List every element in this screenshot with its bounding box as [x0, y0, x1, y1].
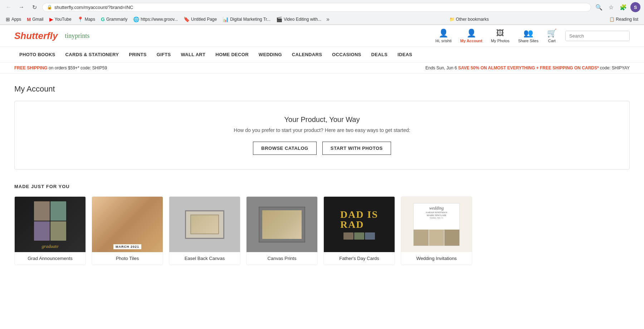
easel-canvas-graphic	[169, 197, 240, 252]
bookmark-youtube[interactable]: ▶ YouTube	[47, 16, 74, 23]
bookmark-video-editing[interactable]: 🎬 Video Editing with...	[274, 16, 323, 23]
reading-list[interactable]: 📋 Reading list	[607, 16, 640, 23]
bookmark-digital-marketing[interactable]: 📊 Digital Marketing Tr...	[220, 16, 273, 23]
wedding-card-top: wedding SARAH WHITMANMARK SINCLAIR Sunda…	[414, 203, 459, 230]
dad-photo-2	[354, 232, 364, 240]
bookmark-untitled-label: Untitled Page	[191, 17, 217, 22]
product-tile-easel[interactable]: Easel Back Canvas	[169, 196, 240, 265]
search-input[interactable]	[566, 31, 630, 41]
search-bar[interactable]: 🔍	[565, 31, 630, 41]
cart-link[interactable]: 🛒 Cart	[547, 29, 557, 43]
product-tile-canvas[interactable]: Canvas Prints	[246, 196, 318, 265]
site-header: Shutterfly tinyprints 👤 Hi, srishti 👤 My…	[0, 25, 644, 47]
fathers-day-image: DAD ISRAD	[324, 197, 395, 252]
my-photos-link[interactable]: 🖼 My Photos	[491, 29, 509, 43]
bookmark-grammarly[interactable]: G Grammarly	[99, 16, 130, 23]
fathers-day-label: Father's Day Cards	[324, 252, 395, 265]
bookmark-apps[interactable]: ⊞ Apps	[4, 16, 23, 23]
nav-gifts[interactable]: GIFTS	[152, 47, 176, 62]
photo-tiles-graphic: MARCH 2021	[92, 197, 163, 252]
bookmark-apps-label: Apps	[11, 17, 21, 22]
more-bookmarks-button[interactable]: »	[325, 15, 331, 23]
browser-toolbar: ← → ↻ 🔒 shutterfly.com/myaccount/?brand=…	[0, 0, 644, 14]
fathers-day-graphic: DAD ISRAD	[324, 197, 395, 252]
address-bar[interactable]: 🔒 shutterfly.com/myaccount/?brand=INC	[42, 3, 591, 12]
search-icon[interactable]: 🔍	[594, 2, 604, 12]
promo-right-suffix: code: SHIPYAY	[600, 65, 630, 70]
wedding-photo-1	[414, 230, 429, 246]
product-card-title: Your Product, Your Way	[22, 116, 622, 124]
nav-deals[interactable]: DEALS	[366, 47, 393, 62]
video-editing-icon: 🎬	[276, 16, 282, 22]
browse-catalog-button[interactable]: BROWSE CATALOG	[253, 142, 316, 155]
wedding-card: wedding SARAH WHITMANMARK SINCLAIR Sunda…	[413, 203, 460, 246]
site-logo: Shutterfly tinyprints	[14, 30, 89, 41]
easel-frame	[185, 210, 224, 239]
product-tile-grad[interactable]: graduate Grad Announcements	[14, 196, 86, 265]
share-sites-link[interactable]: 👥 Share Sites	[518, 29, 538, 43]
profile-avatar[interactable]: S	[630, 2, 640, 12]
my-photos-label: My Photos	[491, 39, 509, 43]
star-icon[interactable]: ☆	[606, 2, 616, 12]
bookmark-video-editing-label: Video Editing with...	[284, 17, 321, 22]
greeting-label: Hi, srishti	[435, 39, 452, 43]
bookmark-groov-label: https://www.groov...	[141, 17, 178, 22]
product-tile-photo-tiles[interactable]: MARCH 2021 Photo Tiles	[92, 196, 163, 265]
canvas-photo	[262, 210, 302, 239]
nav-home-decor[interactable]: HOME DECOR	[210, 47, 254, 62]
nav-photo-books[interactable]: PHOTO BOOKS	[14, 47, 60, 62]
canvas-prints-graphic	[247, 197, 317, 252]
grad-tile-image: graduate	[15, 197, 86, 252]
start-with-photos-button[interactable]: START WITH PHOTOS	[322, 142, 391, 155]
promo-ends: Ends Sun, Jun 6	[425, 65, 458, 70]
canvas-prints-image	[247, 197, 317, 252]
wedding-inv-image: wedding SARAH WHITMANMARK SINCLAIR Sunda…	[401, 197, 472, 252]
photo-tiles-image: MARCH 2021	[92, 197, 163, 252]
wedding-photo-2	[429, 230, 444, 246]
account-icon: 👤	[467, 29, 476, 38]
tinyprints-logo[interactable]: tinyprints	[65, 32, 89, 40]
wedding-photo-row	[414, 230, 459, 246]
apps-icon: ⊞	[6, 16, 10, 22]
site-wrapper: Shutterfly tinyprints 👤 Hi, srishti 👤 My…	[0, 25, 644, 276]
browser-chrome: ← → ↻ 🔒 shutterfly.com/myaccount/?brand=…	[0, 0, 644, 25]
share-sites-label: Share Sites	[518, 39, 538, 43]
extension-icon[interactable]: 🧩	[618, 2, 628, 12]
nav-cards-stationery[interactable]: CARDS & STATIONERY	[60, 47, 124, 62]
promo-free-shipping: FREE SHIPPING	[14, 65, 48, 70]
bookmark-groov[interactable]: 🌐 https://www.groov...	[131, 16, 180, 23]
dad-photo-strip	[343, 232, 375, 240]
dad-photo-3	[365, 232, 375, 240]
photos-icon: 🖼	[496, 29, 504, 38]
nav-prints[interactable]: PRINTS	[124, 47, 151, 62]
forward-button[interactable]: →	[16, 2, 26, 12]
bookmark-untitled[interactable]: 🔖 Untitled Page	[181, 16, 219, 23]
bookmark-gmail[interactable]: M Gmail	[25, 16, 45, 23]
cart-icon: 🛒	[547, 29, 557, 38]
product-card-subtitle: How do you prefer to start your product?…	[22, 127, 622, 133]
url-text: shutterfly.com/myaccount/?brand=INC	[54, 5, 586, 10]
product-tile-wedding[interactable]: wedding SARAH WHITMANMARK SINCLAIR Sunda…	[401, 196, 472, 265]
product-tile-fathers-day[interactable]: DAD ISRAD Father's Day Cards	[323, 196, 395, 265]
promo-left: FREE SHIPPING on orders $59+* code: SHIP…	[14, 65, 107, 70]
shutterfly-logo[interactable]: Shutterfly	[14, 30, 58, 41]
nav-calendars[interactable]: CALENDARS	[287, 47, 327, 62]
grad-tile-label: Grad Announcements	[15, 252, 86, 265]
bookmark-maps-label: Maps	[85, 17, 95, 22]
wedding-names: SARAH WHITMANMARK SINCLAIR	[416, 211, 457, 217]
nav-occasions[interactable]: OCCASIONS	[327, 47, 366, 62]
nav-wedding[interactable]: WEDDING	[254, 47, 287, 62]
my-account-link[interactable]: 👤 My Account	[460, 29, 482, 43]
bookmark-maps[interactable]: 📍 Maps	[75, 16, 97, 23]
easel-canvas-label: Easel Back Canvas	[169, 252, 240, 265]
header-icons: 👤 Hi, srishti 👤 My Account 🖼 My Photos 👥…	[435, 29, 630, 43]
nav-ideas[interactable]: IDEAS	[392, 47, 417, 62]
bookmarks-bar: ⊞ Apps M Gmail ▶ YouTube 📍 Maps G Gramma…	[0, 14, 644, 25]
other-bookmarks[interactable]: 📁 Other bookmarks	[447, 16, 491, 23]
greeting-account[interactable]: 👤 Hi, srishti	[435, 29, 452, 43]
nav-wall-art[interactable]: WALL ART	[176, 47, 210, 62]
reload-button[interactable]: ↻	[29, 2, 39, 12]
share-icon: 👥	[523, 29, 533, 38]
grad-photo-2	[50, 201, 66, 221]
back-button[interactable]: ←	[4, 2, 14, 12]
